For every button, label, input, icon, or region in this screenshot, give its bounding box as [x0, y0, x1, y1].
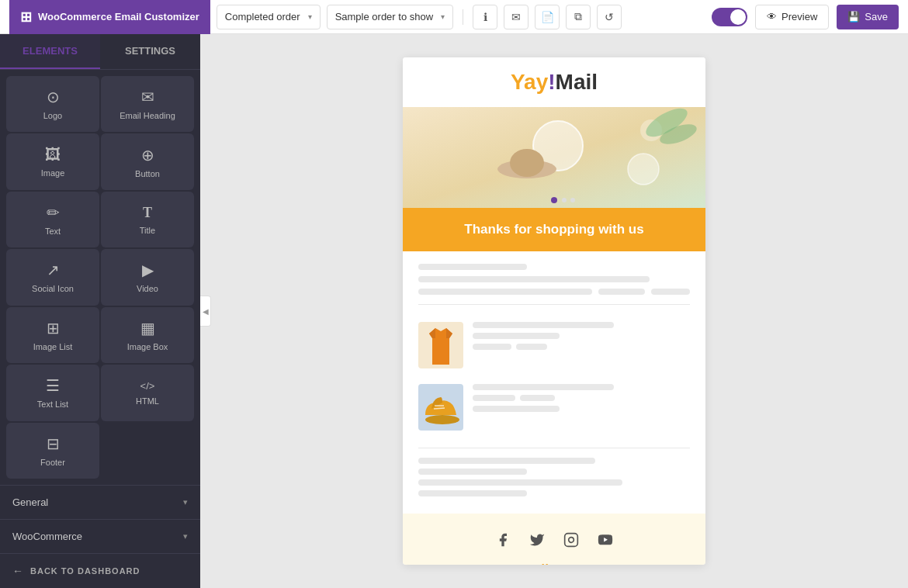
element-social-icon[interactable]: ↗ Social Icon — [6, 249, 99, 305]
svg-text://: // — [540, 562, 548, 565]
order-item-1-details — [473, 322, 690, 350]
order-item-2-image — [418, 384, 463, 431]
toggle-switch[interactable] — [712, 8, 747, 26]
svg-point-9 — [562, 198, 567, 202]
yaymail-logo: Yay!Mail — [415, 70, 693, 95]
separator — [463, 9, 463, 25]
woocommerce-section: WooCommerce ▾ — [0, 519, 200, 553]
email-preview: Yay!Mail — [403, 57, 705, 565]
youtube-icon — [594, 529, 616, 551]
history-button[interactable]: ↺ — [597, 5, 622, 29]
copy-icon: ⧉ — [574, 10, 582, 23]
email-icon: ✉ — [511, 11, 521, 23]
save-button[interactable]: 💾 Save — [837, 5, 899, 29]
back-arrow-icon: ← — [12, 565, 24, 577]
history-icon: ↺ — [605, 11, 614, 23]
tab-settings[interactable]: SETTINGS — [100, 34, 200, 69]
element-image-box[interactable]: ▦ Image Box — [101, 307, 194, 363]
email-header-image — [403, 107, 705, 208]
app-title-text: WooCommerce Email Customizer — [38, 11, 199, 22]
element-text-list[interactable]: ☰ Text List — [6, 365, 99, 420]
document-icon: 📄 — [541, 11, 554, 23]
tab-elements[interactable]: ELEMENTS — [0, 34, 100, 69]
element-title[interactable]: T Title — [101, 192, 194, 247]
dropdown-arrow-icon: ▾ — [308, 12, 312, 21]
woocommerce-section-header[interactable]: WooCommerce ▾ — [0, 520, 200, 553]
topbar: ⊞ WooCommerce Email Customizer Completed… — [0, 0, 908, 34]
document-button[interactable]: 📄 — [535, 5, 560, 29]
divider-2 — [418, 448, 690, 448]
item2-line1 — [473, 384, 614, 390]
canvas-area: ◀ Yay!Mail — [200, 34, 908, 588]
title-element-icon: T — [143, 205, 152, 221]
element-html[interactable]: </> HTML — [101, 365, 194, 420]
text-list-element-icon: ☰ — [46, 376, 60, 395]
item2-price2 — [520, 395, 555, 401]
element-footer[interactable]: ⊟ Footer — [6, 423, 99, 479]
email-button[interactable]: ✉ — [504, 5, 529, 29]
element-image-list[interactable]: ⊞ Image List — [6, 307, 99, 363]
order-item-2 — [418, 376, 690, 438]
image-list-element-icon: ⊞ — [47, 319, 60, 337]
image-box-element-icon: ▦ — [140, 319, 155, 337]
svg-point-8 — [551, 197, 557, 203]
element-email-heading[interactable]: ✉ Email Heading — [101, 76, 194, 132]
collapse-icon: ◀ — [203, 307, 209, 316]
summary-line-4 — [418, 490, 527, 496]
mail-text: Mail — [556, 70, 598, 94]
placeholder-line-3 — [418, 289, 592, 295]
general-section: General ▾ — [0, 485, 200, 519]
item1-line1 — [473, 322, 614, 328]
main-layout: ELEMENTS SETTINGS ⊙ Logo ✉ Email Heading… — [0, 34, 908, 588]
eye-icon: 👁 — [767, 11, 777, 22]
instagram-icon — [560, 529, 582, 551]
summary-line-3 — [418, 479, 622, 486]
summary-line-2 — [418, 469, 527, 475]
sample-order-dropdown[interactable]: Sample order to show ▾ — [327, 5, 453, 29]
back-to-dashboard[interactable]: ← BACK TO DASHBOARD — [0, 553, 200, 588]
info-icon: ℹ — [483, 11, 487, 23]
woocommerce-chevron-icon: ▾ — [183, 531, 188, 541]
svg-point-10 — [570, 198, 575, 202]
facebook-icon — [492, 529, 514, 551]
svg-point-14 — [425, 415, 459, 424]
email-heading-icon: ✉ — [141, 88, 154, 106]
general-chevron-icon: ▾ — [183, 497, 188, 507]
elements-grid: ⊙ Logo ✉ Email Heading 🖼 Image ⊕ Button … — [0, 70, 200, 485]
save-icon: 💾 — [847, 11, 860, 22]
svg-point-2 — [628, 154, 659, 185]
element-logo[interactable]: ⊙ Logo — [6, 76, 99, 132]
logo-element-icon: ⊙ — [47, 88, 60, 106]
email-hero-button: Thanks for shopping with us — [403, 208, 705, 251]
item1-line2 — [473, 333, 560, 339]
general-section-header[interactable]: General ▾ — [0, 486, 200, 519]
social-icon-element-icon: ↗ — [47, 261, 60, 279]
email-footer: // — [403, 514, 705, 565]
item1-price2 — [516, 344, 547, 350]
item1-price1 — [473, 344, 511, 350]
social-icons — [418, 529, 690, 551]
grid-icon: ⊞ — [20, 9, 32, 26]
order-item-2-details — [473, 384, 690, 412]
item2-line3 — [473, 406, 560, 412]
sidebar-tabs: ELEMENTS SETTINGS — [0, 34, 200, 70]
twitter-icon — [526, 529, 548, 551]
item2-price1 — [473, 395, 515, 401]
element-video[interactable]: ▶ Video — [101, 249, 194, 305]
info-button[interactable]: ℹ — [473, 5, 497, 29]
dropdown-arrow-2-icon: ▾ — [441, 12, 445, 21]
topbar-right: 👁 Preview 💾 Save — [712, 5, 899, 29]
yay-text: Yay — [511, 70, 548, 94]
order-item-1 — [418, 314, 690, 376]
element-image[interactable]: 🖼 Image — [6, 133, 99, 189]
placeholder-line-2 — [418, 276, 650, 282]
html-element-icon: </> — [140, 380, 155, 392]
preview-button[interactable]: 👁 Preview — [755, 5, 829, 29]
element-button[interactable]: ⊕ Button — [101, 133, 194, 189]
order-type-dropdown[interactable]: Completed order ▾ — [217, 5, 321, 29]
collapse-handle[interactable]: ◀ — [200, 296, 211, 327]
svg-marker-12 — [429, 328, 435, 338]
element-text[interactable]: ✏ Text — [6, 192, 99, 247]
svg-marker-13 — [446, 328, 452, 338]
copy-button[interactable]: ⧉ — [566, 5, 591, 29]
